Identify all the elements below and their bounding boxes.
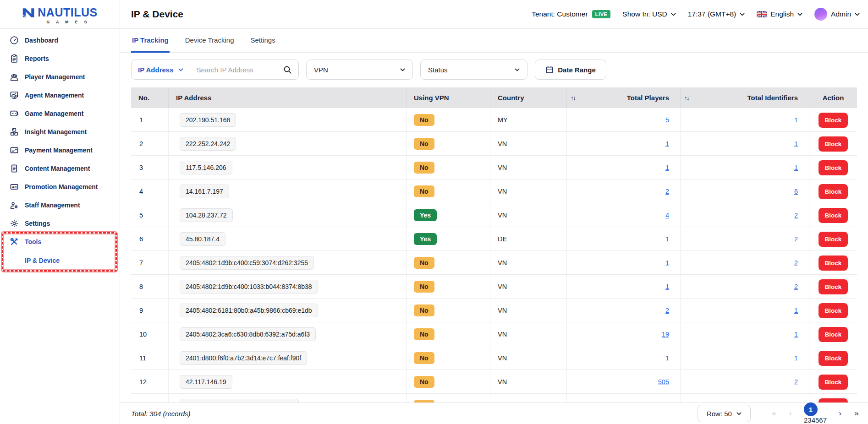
sidebar-item-reports[interactable]: Reports — [0, 49, 120, 68]
col-total-players: ↑↓ Total Players — [567, 87, 681, 108]
total-identifiers-link[interactable]: 1 — [794, 331, 798, 338]
first-page-button[interactable]: « — [771, 409, 777, 418]
sort-icon[interactable]: ↑↓ — [571, 94, 575, 102]
sidebar-item-icon — [9, 127, 19, 137]
total-players-link[interactable]: 1 — [665, 283, 669, 290]
total-identifiers-link[interactable]: 1 — [794, 354, 798, 362]
sidebar-item-player-management[interactable]: Player Management — [0, 68, 120, 86]
ip-cell: 2401:d800:f6f0:a7b2:3d14:e7c7:feaf:f90f — [169, 346, 407, 370]
total-identifiers-link[interactable]: 6 — [794, 188, 798, 195]
table-row: 9 2405:4802:6181:80b0:a45b:9866:cb69:e1d… — [131, 299, 857, 322]
ip-address-chip: 222.252.24.242 — [180, 137, 236, 151]
status-filter-select[interactable]: Status — [420, 60, 527, 80]
row-number: 10 — [131, 322, 169, 346]
total-players-cell: 4 — [567, 203, 681, 227]
total-identifiers-link[interactable]: 2 — [794, 283, 798, 290]
sidebar-item-icon: Ad — [9, 182, 19, 192]
tab-ip-tracking[interactable]: IP Tracking — [131, 29, 170, 53]
sidebar-item-promotion-management[interactable]: Ad Promotion Management — [0, 178, 120, 196]
total-players-link[interactable]: 2 — [665, 188, 669, 195]
sort-icon[interactable]: ↑↓ — [684, 94, 689, 102]
last-page-button[interactable]: » — [853, 409, 860, 418]
total-players-link[interactable]: 1 — [665, 164, 669, 171]
sidebar-item-icon — [9, 146, 19, 155]
tab-device-tracking[interactable]: Device Tracking — [184, 29, 235, 53]
block-button[interactable]: Block — [819, 327, 848, 342]
brand-logo[interactable]: NAUTILUS G A M E S — [0, 0, 120, 29]
total-identifiers-link[interactable]: 1 — [794, 116, 798, 124]
total-players-link[interactable]: 5 — [665, 116, 669, 124]
page-number-button[interactable]: 1 — [804, 402, 818, 416]
block-button[interactable]: Block — [819, 398, 848, 403]
page-number-button[interactable]: 3 — [808, 416, 811, 424]
vpn-badge: No — [414, 328, 434, 340]
sidebar-item-content-management[interactable]: Content Management — [0, 159, 120, 178]
country-cell: VN — [490, 203, 567, 227]
total-players-link[interactable]: 1 — [665, 354, 669, 362]
total-players-link[interactable]: 1 — [665, 235, 669, 243]
currency-dropdown[interactable]: Show In: USD — [622, 10, 676, 18]
page-number-button[interactable]: 6 — [819, 416, 823, 424]
total-identifiers-link[interactable]: 2 — [794, 212, 798, 219]
sidebar-item-game-management[interactable]: Game Management — [0, 104, 120, 123]
total-players-link[interactable]: 19 — [662, 331, 669, 338]
search-field-selector[interactable]: IP Address — [132, 60, 190, 79]
sidebar-item-label: Payment Management — [25, 147, 93, 154]
sidebar-item-tools[interactable]: Tools — [0, 233, 120, 251]
language-dropdown[interactable]: English — [757, 10, 802, 18]
total-players-link[interactable]: 1 — [665, 259, 669, 266]
timezone-dropdown[interactable]: 17:37 (GMT+8) — [688, 10, 745, 18]
prev-page-button[interactable]: ‹ — [787, 409, 794, 418]
page-number-button[interactable]: 4 — [812, 416, 815, 424]
col-ip: IP Address — [169, 87, 407, 108]
ip-cell: 14.161.7.197 — [169, 179, 407, 203]
total-players-link[interactable]: 1 — [665, 140, 669, 147]
sidebar-item-agent-management[interactable]: Agent Management — [0, 86, 120, 104]
vpn-cell: No — [407, 251, 490, 275]
block-button[interactable]: Block — [819, 136, 848, 152]
page-number-button[interactable]: 7 — [823, 416, 827, 424]
rows-per-page-select[interactable]: Row: 50 — [698, 405, 751, 422]
search-icon[interactable] — [283, 65, 292, 74]
row-number: 4 — [131, 179, 169, 203]
total-players-link[interactable]: 4 — [665, 212, 669, 219]
block-button[interactable]: Block — [819, 232, 848, 247]
block-button[interactable]: Block — [819, 208, 848, 223]
total-identifiers-link[interactable]: 2 — [794, 235, 798, 243]
sidebar-item-ip-device[interactable]: IP & Device — [0, 251, 120, 270]
block-button[interactable]: Block — [819, 113, 848, 128]
sidebar-item-dashboard[interactable]: Dashboard — [0, 31, 120, 49]
block-button[interactable]: Block — [819, 303, 848, 318]
total-identifiers-link[interactable]: 1 — [794, 164, 798, 171]
total-identifiers-cell: 1 — [681, 156, 809, 179]
total-players-link[interactable]: 505 — [658, 378, 669, 386]
total-identifiers-link[interactable]: 1 — [794, 307, 798, 314]
col-total-identifiers: ↑↓ Total Identifiers — [681, 87, 809, 108]
vpn-filter-select[interactable]: VPN — [306, 60, 413, 80]
search-input[interactable] — [190, 66, 283, 74]
date-range-button[interactable]: Date Range — [535, 60, 606, 80]
user-menu[interactable]: Admin — [814, 8, 860, 21]
next-page-button[interactable]: › — [837, 409, 843, 418]
total-identifiers-link[interactable]: 2 — [794, 259, 798, 266]
total-identifiers-cell: 1 — [681, 394, 809, 402]
block-button[interactable]: Block — [819, 184, 848, 199]
total-identifiers-link[interactable]: 2 — [794, 378, 798, 386]
sidebar-item-insight-management[interactable]: Insight Management — [0, 123, 120, 141]
row-number: 12 — [131, 370, 169, 394]
block-button[interactable]: Block — [819, 351, 848, 366]
sidebar-item-staff-management[interactable]: Staff Management — [0, 196, 120, 214]
sidebar-item-settings[interactable]: Settings — [0, 214, 120, 233]
table-row: 6 45.80.187.4 Yes DE 1 2 — [131, 227, 857, 251]
block-button[interactable]: Block — [819, 279, 848, 294]
row-number: 1 — [131, 108, 169, 132]
row-number: 11 — [131, 346, 169, 370]
sidebar-item-payment-management[interactable]: Payment Management — [0, 141, 120, 159]
total-players-link[interactable]: 2 — [665, 307, 669, 314]
nautilus-logo-icon — [22, 7, 36, 18]
block-button[interactable]: Block — [819, 255, 848, 271]
tab-settings[interactable]: Settings — [249, 29, 276, 53]
total-identifiers-link[interactable]: 1 — [794, 140, 798, 147]
block-button[interactable]: Block — [819, 375, 848, 390]
block-button[interactable]: Block — [819, 160, 848, 175]
